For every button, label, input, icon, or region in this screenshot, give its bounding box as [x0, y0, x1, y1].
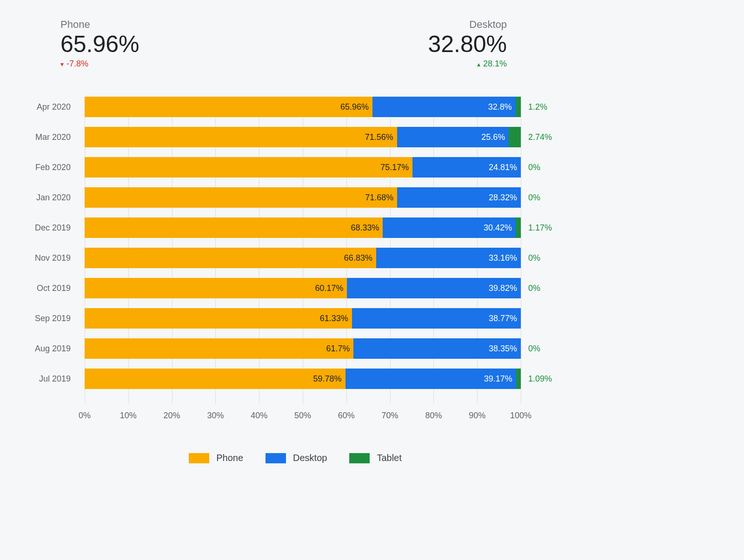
stacked-bar-chart: Apr 202065.96%32.8%1.2%Mar 202071.56%25.…: [0, 97, 591, 429]
legend-label-desktop: Desktop: [293, 453, 327, 463]
stat-phone-delta: ▾ -7.8%: [60, 59, 140, 69]
bar-segment-phone: 61.33%: [85, 308, 352, 329]
bar-segment-phone: 71.68%: [85, 187, 397, 208]
chart-row: Sep 201961.33%38.77%: [85, 308, 521, 329]
chart-row: Jan 202071.68%28.32%0%: [85, 187, 521, 208]
y-tick-label: Aug 2019: [35, 344, 71, 354]
chart-rows: Apr 202065.96%32.8%1.2%Mar 202071.56%25.…: [85, 97, 521, 401]
stat-desktop-delta: ▴ 28.1%: [477, 59, 507, 69]
bar-segment-phone: 66.83%: [85, 248, 376, 268]
chart-row: Aug 201961.7%38.35%0%: [85, 338, 521, 359]
bar-segment-desktop: 38.77%: [352, 308, 521, 329]
bar-value-phone: 71.56%: [85, 132, 397, 142]
x-tick-label: 100%: [510, 411, 531, 421]
grid-line: [521, 97, 521, 403]
bar-segment-desktop: 33.16%: [376, 248, 521, 268]
bar-segment-desktop: 25.6%: [397, 127, 509, 147]
y-tick-label: Feb 2020: [35, 163, 71, 172]
bar-segment-desktop: 24.81%: [412, 157, 521, 178]
x-axis: 0%10%20%30%40%50%60%70%80%90%100%: [85, 411, 521, 429]
bar-segment-tablet: [516, 217, 521, 238]
bar-value-phone: 71.68%: [85, 193, 397, 203]
chart-row: Mar 202071.56%25.6%2.74%: [85, 127, 521, 147]
arrow-down-icon: ▾: [60, 60, 64, 68]
bar-value-phone: 75.17%: [85, 163, 412, 172]
chart-row: Jul 201959.78%39.17%1.09%: [85, 369, 521, 389]
bar-segment-desktop: 28.32%: [397, 187, 521, 208]
bar-value-phone: 68.33%: [85, 223, 383, 233]
bar-segment-phone: 65.96%: [85, 97, 372, 117]
bar-value-tablet: 1.2%: [528, 102, 547, 112]
bar-value-phone: 65.96%: [85, 102, 372, 112]
x-tick-label: 50%: [294, 411, 311, 421]
swatch-phone: [189, 453, 209, 463]
bar-value-tablet: 1.17%: [528, 223, 552, 233]
legend: Phone Desktop Tablet: [0, 453, 591, 463]
stat-desktop-delta-text: 28.1%: [483, 59, 507, 69]
bar-segment-desktop: 38.35%: [353, 338, 521, 359]
y-tick-label: Jul 2019: [39, 374, 71, 384]
bar-value-desktop: 25.6%: [397, 132, 509, 142]
y-tick-label: Jan 2020: [36, 193, 71, 203]
x-tick-label: 60%: [338, 411, 355, 421]
x-tick-label: 40%: [251, 411, 267, 421]
y-tick-label: Sep 2019: [35, 314, 71, 323]
bar-segment-desktop: 30.42%: [383, 217, 516, 238]
chart-row: Feb 202075.17%24.81%0%: [85, 157, 521, 178]
bar-value-phone: 60.17%: [85, 283, 347, 293]
stat-desktop: Desktop 32.80% ▴ 28.1%: [428, 19, 507, 69]
bar-segment-desktop: 39.17%: [345, 369, 516, 389]
chart-row: Nov 201966.83%33.16%0%: [85, 248, 521, 268]
bar-value-desktop: 38.35%: [353, 344, 521, 354]
bar-segment-phone: 71.56%: [85, 127, 397, 147]
bar-value-tablet: 0%: [528, 163, 540, 172]
y-tick-label: Mar 2020: [35, 132, 71, 142]
y-tick-label: Dec 2019: [35, 223, 71, 233]
bar-segment-phone: 75.17%: [85, 157, 412, 178]
bar-value-tablet: 0%: [528, 344, 540, 354]
bar-value-desktop: 33.16%: [376, 253, 521, 263]
bar-value-desktop: 30.42%: [383, 223, 516, 233]
bar-segment-phone: 61.7%: [85, 338, 353, 359]
x-tick-label: 0%: [79, 411, 91, 421]
legend-item-tablet: Tablet: [349, 453, 401, 463]
chart-row: Dec 201968.33%30.42%1.17%: [85, 217, 521, 238]
bar-value-desktop: 28.32%: [397, 193, 521, 203]
bar-segment-desktop: 39.82%: [347, 278, 521, 298]
chart-row: Apr 202065.96%32.8%1.2%: [85, 97, 521, 117]
stat-phone: Phone 65.96% ▾ -7.8%: [60, 19, 140, 69]
x-tick-label: 90%: [469, 411, 485, 421]
x-tick-label: 80%: [425, 411, 442, 421]
bar-segment-tablet: [516, 369, 521, 389]
legend-item-phone: Phone: [189, 453, 243, 463]
stat-phone-delta-text: -7.8%: [66, 59, 88, 69]
y-tick-label: Oct 2019: [37, 283, 71, 293]
swatch-desktop: [266, 453, 286, 463]
x-tick-label: 70%: [382, 411, 399, 421]
bar-value-desktop: 32.8%: [372, 102, 516, 112]
bar-value-desktop: 38.77%: [352, 314, 521, 323]
x-tick-label: 30%: [207, 411, 224, 421]
bar-value-phone: 61.33%: [85, 314, 352, 323]
bar-value-phone: 66.83%: [85, 253, 376, 263]
bar-value-tablet: 2.74%: [528, 132, 552, 142]
y-tick-label: Apr 2020: [37, 102, 71, 112]
bar-segment-phone: 59.78%: [85, 369, 345, 389]
stat-desktop-value: 32.80%: [428, 32, 507, 57]
bar-value-desktop: 24.81%: [412, 163, 521, 172]
bar-value-phone: 61.7%: [85, 344, 353, 354]
summary-stats: Phone 65.96% ▾ -7.8% Desktop 32.80% ▴ 28…: [0, 19, 591, 69]
stat-phone-value: 65.96%: [60, 32, 140, 57]
bar-segment-phone: 68.33%: [85, 217, 383, 238]
swatch-tablet: [349, 453, 370, 463]
bar-value-tablet: 1.09%: [528, 374, 552, 384]
bar-segment-desktop: 32.8%: [372, 97, 516, 117]
bar-value-tablet: 0%: [528, 283, 540, 293]
bar-value-desktop: 39.82%: [347, 283, 521, 293]
legend-label-phone: Phone: [216, 453, 243, 463]
stat-desktop-label: Desktop: [469, 19, 507, 31]
bar-value-desktop: 39.17%: [345, 374, 516, 384]
bar-value-tablet: 0%: [528, 193, 540, 203]
y-tick-label: Nov 2019: [35, 253, 71, 263]
arrow-up-icon: ▴: [477, 60, 480, 68]
